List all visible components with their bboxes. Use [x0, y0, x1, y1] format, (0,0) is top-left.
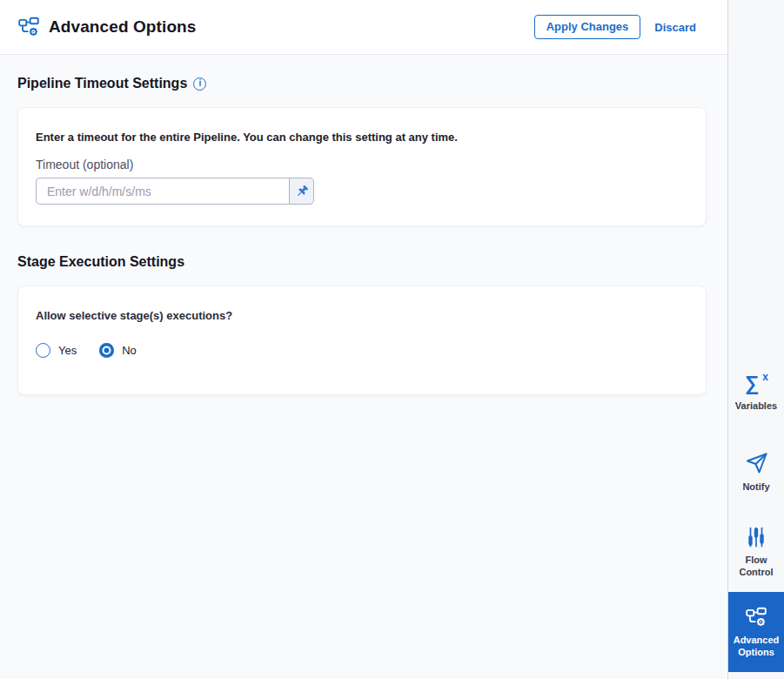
timeout-input-group [36, 178, 314, 205]
right-toolbar: ∑ x Variables Notify [727, 0, 784, 679]
selective-stages-question: Allow selective stage(s) executions? [36, 309, 688, 322]
radio-option-yes[interactable]: Yes [36, 343, 77, 358]
radio-label-yes: Yes [58, 344, 77, 357]
timeout-field-label: Timeout (optional) [36, 158, 688, 171]
pipeline-timeout-card: Enter a timeout for the entire Pipeline.… [17, 107, 707, 226]
panel-header: Advanced Options Apply Changes Discard [0, 0, 727, 55]
header-title-group: Advanced Options [17, 16, 196, 38]
radio-label-no: No [122, 344, 137, 357]
pin-input-type-button[interactable] [289, 178, 314, 205]
sidebar-item-advanced-options[interactable]: Advanced Options [728, 592, 784, 672]
page-title: Advanced Options [49, 17, 196, 37]
sidebar-item-label: Notify [740, 481, 772, 493]
sidebar-item-label: Flow Control [728, 555, 784, 577]
pipeline-timeout-section-header: Pipeline Timeout Settings i [17, 76, 707, 91]
sidebar-item-label: Variables [733, 400, 780, 412]
stage-execution-section-title: Stage Execution Settings [17, 254, 707, 270]
timeout-input[interactable] [36, 178, 289, 205]
sidebar-item-flow-control[interactable]: Flow Control [728, 512, 784, 592]
pipeline-timeout-section-title: Pipeline Timeout Settings [17, 76, 187, 91]
header-actions: Apply Changes Discard [534, 15, 696, 39]
pipeline-gear-icon [745, 606, 767, 629]
radio-circle-yes[interactable] [36, 343, 50, 358]
sidebar-item-label: Advanced Options [728, 635, 784, 657]
selective-stages-radio-group: Yes No [36, 343, 688, 358]
paper-plane-icon [744, 451, 768, 475]
timeout-description: Enter a timeout for the entire Pipeline.… [36, 131, 688, 144]
advanced-options-page: Advanced Options Apply Changes Discard P… [0, 0, 784, 679]
stage-execution-card: Allow selective stage(s) executions? Yes… [17, 286, 707, 395]
sigma-x-icon: ∑ x [744, 372, 768, 394]
discard-button[interactable]: Discard [654, 21, 696, 34]
sidebar-item-notify[interactable]: Notify [728, 432, 784, 512]
thumbtack-icon [295, 185, 309, 198]
info-icon[interactable]: i [193, 77, 206, 91]
main-panel: Advanced Options Apply Changes Discard P… [0, 0, 727, 679]
radio-option-no[interactable]: No [99, 343, 137, 358]
settings-content: Pipeline Timeout Settings i Enter a time… [0, 55, 727, 423]
apply-changes-button[interactable]: Apply Changes [534, 15, 641, 39]
radio-circle-no[interactable] [99, 343, 114, 358]
pipeline-gear-icon [17, 16, 40, 38]
sliders-icon [745, 526, 767, 548]
sidebar-item-variables[interactable]: ∑ x Variables [728, 352, 784, 432]
